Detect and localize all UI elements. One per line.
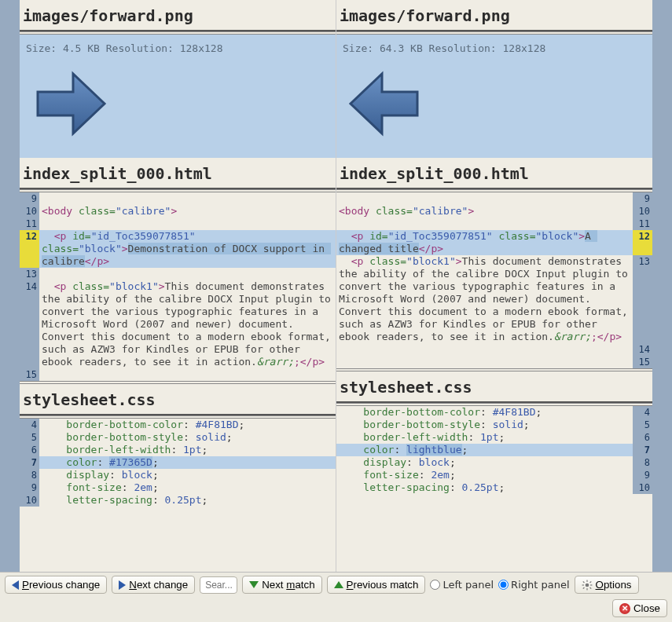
html-code-left[interactable]: 9 10<body class="calibre"> 11 12 <p id="… — [20, 192, 336, 381]
left-panel-radio[interactable]: Left panel — [430, 579, 494, 591]
options-label: ptions — [604, 579, 632, 591]
previous-match-label: Previous match — [347, 579, 419, 591]
close-icon: ✕ — [619, 603, 630, 614]
svg-rect-3 — [582, 584, 583, 585]
css-code-right[interactable]: border-bottom-color: #4F81BD;4 border-bo… — [336, 406, 652, 494]
image-meta-left: Size: 4.5 KB Resolution: 128x128 — [26, 42, 329, 54]
left-edge-gutter — [0, 0, 20, 572]
gear-icon — [582, 580, 593, 591]
html-code-right[interactable]: 9 <body class="calibre">10 11 <p id="id_… — [336, 192, 652, 368]
left-panel-radio-input[interactable] — [430, 580, 440, 590]
svg-rect-2 — [586, 588, 587, 590]
options-button[interactable]: Options — [575, 576, 639, 594]
next-match-button[interactable]: Next match — [242, 576, 321, 594]
image-diff-right: Size: 64.3 KB Resolution: 128x128 — [336, 35, 652, 158]
file-header-html-right: index_split_000.html — [336, 158, 652, 189]
css-code-left[interactable]: 4 border-bottom-color: #4F81BD; 5 border… — [20, 419, 336, 507]
next-match-icon — [249, 581, 259, 588]
left-pane: images/forward.png Size: 4.5 KB Resoluti… — [20, 0, 336, 572]
right-panel-radio[interactable]: Right panel — [498, 579, 569, 591]
file-header-image-right: images/forward.png — [336, 0, 652, 31]
svg-rect-7 — [589, 580, 591, 582]
next-match-label: Next match — [262, 579, 314, 591]
file-header-css-right: stylesheet.css — [336, 371, 652, 403]
right-pane: images/forward.png Size: 64.3 KB Resolut… — [336, 0, 652, 572]
svg-rect-1 — [586, 580, 587, 581]
svg-rect-6 — [589, 587, 591, 588]
right-edge-gutter — [652, 0, 672, 572]
next-change-label: ext change — [137, 579, 188, 591]
forward-arrow-icon — [26, 64, 112, 143]
next-change-icon — [119, 580, 126, 590]
close-label: Close — [633, 602, 660, 614]
back-arrow-icon — [343, 64, 429, 143]
close-bar: ✕ Close — [0, 597, 672, 622]
svg-rect-8 — [582, 587, 584, 588]
image-diff-left: Size: 4.5 KB Resolution: 128x128 — [20, 35, 336, 158]
svg-point-0 — [585, 583, 589, 587]
file-header-css-left: stylesheet.css — [20, 384, 336, 415]
right-panel-label: Right panel — [511, 579, 569, 591]
toolbar: Previous change Next change Next match P… — [0, 572, 672, 597]
previous-match-icon — [334, 581, 343, 588]
diff-area: images/forward.png Size: 4.5 KB Resoluti… — [0, 0, 672, 572]
search-input[interactable] — [200, 576, 237, 594]
close-button[interactable]: ✕ Close — [612, 599, 667, 617]
left-panel-label: Left panel — [442, 579, 494, 591]
previous-change-button[interactable]: Previous change — [5, 576, 107, 594]
next-change-button[interactable]: Next change — [112, 576, 195, 594]
image-meta-right: Size: 64.3 KB Resolution: 128x128 — [343, 42, 646, 54]
previous-change-icon — [12, 580, 19, 590]
file-header-image-left: images/forward.png — [20, 0, 336, 31]
right-panel-radio-input[interactable] — [498, 580, 509, 590]
svg-rect-5 — [582, 580, 584, 582]
svg-rect-4 — [590, 584, 592, 585]
previous-match-button[interactable]: Previous match — [327, 576, 426, 594]
file-header-html-left: index_split_000.html — [20, 158, 336, 189]
previous-change-label: revious change — [29, 579, 100, 591]
